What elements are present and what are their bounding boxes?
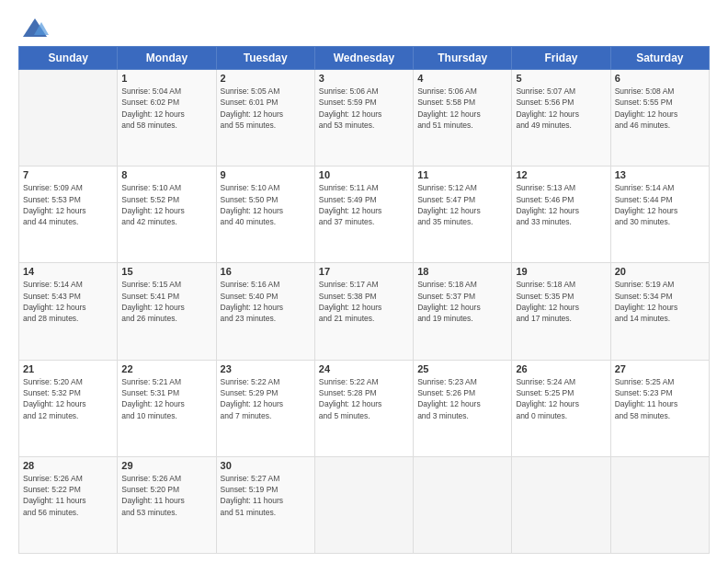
- day-info: Sunrise: 5:13 AM Sunset: 5:46 PM Dayligh…: [516, 182, 606, 227]
- day-info: Sunrise: 5:19 AM Sunset: 5:34 PM Dayligh…: [615, 279, 705, 324]
- day-number: 22: [121, 363, 211, 374]
- day-info: Sunrise: 5:26 AM Sunset: 5:22 PM Dayligh…: [23, 473, 113, 518]
- calendar-cell: 15Sunrise: 5:15 AM Sunset: 5:41 PM Dayli…: [118, 263, 216, 360]
- day-number: 1: [121, 73, 211, 84]
- calendar-header-row: Sunday Monday Tuesday Wednesday Thursday…: [19, 47, 710, 70]
- day-info: Sunrise: 5:06 AM Sunset: 5:59 PM Dayligh…: [319, 86, 409, 131]
- calendar-cell: 13Sunrise: 5:14 AM Sunset: 5:44 PM Dayli…: [610, 167, 709, 263]
- day-info: Sunrise: 5:10 AM Sunset: 5:50 PM Dayligh…: [221, 182, 311, 227]
- calendar-cell: [610, 456, 709, 553]
- day-number: 30: [221, 460, 311, 471]
- calendar-cell: 16Sunrise: 5:16 AM Sunset: 5:40 PM Dayli…: [216, 263, 314, 360]
- day-number: 14: [23, 266, 113, 277]
- day-info: Sunrise: 5:12 AM Sunset: 5:47 PM Dayligh…: [417, 182, 507, 227]
- day-info: Sunrise: 5:23 AM Sunset: 5:26 PM Dayligh…: [417, 376, 507, 421]
- calendar-cell: 2Sunrise: 5:05 AM Sunset: 6:01 PM Daylig…: [216, 70, 314, 167]
- day-number: 8: [121, 169, 211, 180]
- calendar-cell: 25Sunrise: 5:23 AM Sunset: 5:26 PM Dayli…: [414, 360, 512, 456]
- calendar-cell: [314, 456, 413, 553]
- calendar-cell: 8Sunrise: 5:10 AM Sunset: 5:52 PM Daylig…: [118, 167, 216, 263]
- calendar-cell: 18Sunrise: 5:18 AM Sunset: 5:37 PM Dayli…: [414, 263, 512, 360]
- day-info: Sunrise: 5:18 AM Sunset: 5:37 PM Dayligh…: [417, 279, 507, 324]
- day-info: Sunrise: 5:14 AM Sunset: 5:43 PM Dayligh…: [23, 279, 113, 324]
- calendar-cell: [414, 456, 512, 553]
- day-number: 3: [319, 73, 409, 84]
- header-monday: Monday: [118, 47, 216, 70]
- day-info: Sunrise: 5:21 AM Sunset: 5:31 PM Dayligh…: [121, 376, 211, 421]
- calendar-cell: 22Sunrise: 5:21 AM Sunset: 5:31 PM Dayli…: [118, 360, 216, 456]
- calendar-cell: 24Sunrise: 5:22 AM Sunset: 5:28 PM Dayli…: [314, 360, 413, 456]
- calendar-cell: 20Sunrise: 5:19 AM Sunset: 5:34 PM Dayli…: [610, 263, 709, 360]
- day-info: Sunrise: 5:11 AM Sunset: 5:49 PM Dayligh…: [319, 182, 409, 227]
- logo: [18, 17, 49, 37]
- calendar-cell: 27Sunrise: 5:25 AM Sunset: 5:23 PM Dayli…: [610, 360, 709, 456]
- calendar-cell: 3Sunrise: 5:06 AM Sunset: 5:59 PM Daylig…: [314, 70, 413, 167]
- header-tuesday: Tuesday: [216, 47, 314, 70]
- calendar-cell: [19, 70, 118, 167]
- day-info: Sunrise: 5:07 AM Sunset: 5:56 PM Dayligh…: [516, 86, 606, 131]
- logo-icon: [21, 17, 49, 40]
- calendar-table: Sunday Monday Tuesday Wednesday Thursday…: [18, 46, 710, 554]
- day-info: Sunrise: 5:24 AM Sunset: 5:25 PM Dayligh…: [516, 376, 606, 421]
- calendar-cell: 28Sunrise: 5:26 AM Sunset: 5:22 PM Dayli…: [19, 456, 118, 553]
- calendar-week-3: 14Sunrise: 5:14 AM Sunset: 5:43 PM Dayli…: [19, 263, 710, 360]
- day-number: 13: [615, 169, 705, 180]
- day-number: 25: [417, 363, 507, 374]
- calendar-cell: 1Sunrise: 5:04 AM Sunset: 6:02 PM Daylig…: [118, 70, 216, 167]
- day-number: 2: [221, 73, 311, 84]
- day-info: Sunrise: 5:17 AM Sunset: 5:38 PM Dayligh…: [319, 279, 409, 324]
- day-info: Sunrise: 5:25 AM Sunset: 5:23 PM Dayligh…: [615, 376, 705, 421]
- header-sunday: Sunday: [19, 47, 118, 70]
- day-info: Sunrise: 5:10 AM Sunset: 5:52 PM Dayligh…: [121, 182, 211, 227]
- day-number: 6: [615, 73, 705, 84]
- header-friday: Friday: [512, 47, 610, 70]
- calendar-cell: 29Sunrise: 5:26 AM Sunset: 5:20 PM Dayli…: [118, 456, 216, 553]
- day-number: 18: [417, 266, 507, 277]
- day-info: Sunrise: 5:14 AM Sunset: 5:44 PM Dayligh…: [615, 182, 705, 227]
- header-thursday: Thursday: [414, 47, 512, 70]
- day-info: Sunrise: 5:08 AM Sunset: 5:55 PM Dayligh…: [615, 86, 705, 131]
- day-number: 10: [319, 169, 409, 180]
- day-info: Sunrise: 5:05 AM Sunset: 6:01 PM Dayligh…: [221, 86, 311, 131]
- day-number: 21: [23, 363, 113, 374]
- calendar-cell: [512, 456, 610, 553]
- calendar-week-4: 21Sunrise: 5:20 AM Sunset: 5:32 PM Dayli…: [19, 360, 710, 456]
- day-info: Sunrise: 5:16 AM Sunset: 5:40 PM Dayligh…: [221, 279, 311, 324]
- day-number: 23: [221, 363, 311, 374]
- day-number: 20: [615, 266, 705, 277]
- day-number: 9: [221, 169, 311, 180]
- calendar-cell: 9Sunrise: 5:10 AM Sunset: 5:50 PM Daylig…: [216, 167, 314, 263]
- calendar-cell: 12Sunrise: 5:13 AM Sunset: 5:46 PM Dayli…: [512, 167, 610, 263]
- day-number: 4: [417, 73, 507, 84]
- header: [18, 17, 710, 37]
- day-info: Sunrise: 5:15 AM Sunset: 5:41 PM Dayligh…: [121, 279, 211, 324]
- day-number: 24: [319, 363, 409, 374]
- day-number: 16: [221, 266, 311, 277]
- calendar-cell: 6Sunrise: 5:08 AM Sunset: 5:55 PM Daylig…: [610, 70, 709, 167]
- calendar-cell: 11Sunrise: 5:12 AM Sunset: 5:47 PM Dayli…: [414, 167, 512, 263]
- calendar-week-1: 1Sunrise: 5:04 AM Sunset: 6:02 PM Daylig…: [19, 70, 710, 167]
- header-saturday: Saturday: [610, 47, 709, 70]
- day-number: 29: [121, 460, 211, 471]
- calendar-cell: 7Sunrise: 5:09 AM Sunset: 5:53 PM Daylig…: [19, 167, 118, 263]
- day-info: Sunrise: 5:27 AM Sunset: 5:19 PM Dayligh…: [221, 473, 311, 518]
- calendar-cell: 14Sunrise: 5:14 AM Sunset: 5:43 PM Dayli…: [19, 263, 118, 360]
- day-number: 7: [23, 169, 113, 180]
- calendar-cell: 21Sunrise: 5:20 AM Sunset: 5:32 PM Dayli…: [19, 360, 118, 456]
- header-wednesday: Wednesday: [314, 47, 413, 70]
- day-info: Sunrise: 5:22 AM Sunset: 5:29 PM Dayligh…: [221, 376, 311, 421]
- day-info: Sunrise: 5:09 AM Sunset: 5:53 PM Dayligh…: [23, 182, 113, 227]
- calendar-cell: 5Sunrise: 5:07 AM Sunset: 5:56 PM Daylig…: [512, 70, 610, 167]
- page: Sunday Monday Tuesday Wednesday Thursday…: [0, 0, 728, 563]
- day-number: 19: [516, 266, 606, 277]
- day-info: Sunrise: 5:04 AM Sunset: 6:02 PM Dayligh…: [121, 86, 211, 131]
- calendar-cell: 30Sunrise: 5:27 AM Sunset: 5:19 PM Dayli…: [216, 456, 314, 553]
- day-number: 5: [516, 73, 606, 84]
- calendar-cell: 17Sunrise: 5:17 AM Sunset: 5:38 PM Dayli…: [314, 263, 413, 360]
- calendar-cell: 26Sunrise: 5:24 AM Sunset: 5:25 PM Dayli…: [512, 360, 610, 456]
- day-number: 17: [319, 266, 409, 277]
- calendar-cell: 4Sunrise: 5:06 AM Sunset: 5:58 PM Daylig…: [414, 70, 512, 167]
- calendar-week-2: 7Sunrise: 5:09 AM Sunset: 5:53 PM Daylig…: [19, 167, 710, 263]
- day-number: 11: [417, 169, 507, 180]
- day-info: Sunrise: 5:22 AM Sunset: 5:28 PM Dayligh…: [319, 376, 409, 421]
